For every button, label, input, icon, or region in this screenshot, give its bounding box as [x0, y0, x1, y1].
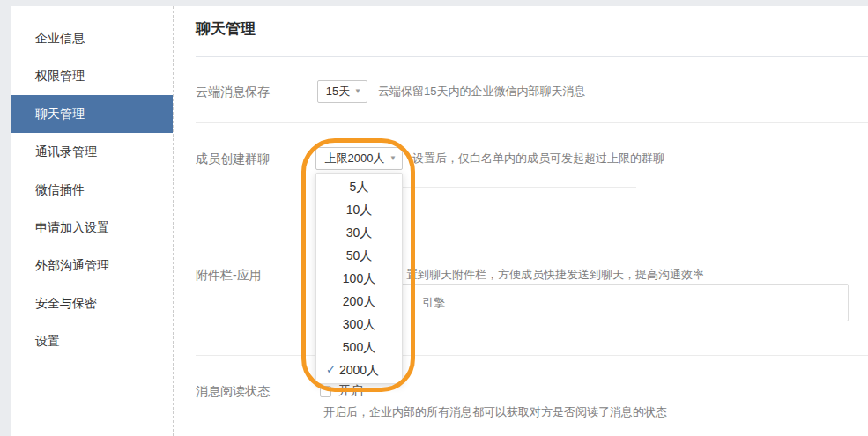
- page-title: 聊天管理: [196, 18, 256, 39]
- row-divider: [196, 122, 868, 123]
- app-panel: 企业信息 权限管理 聊天管理 通讯录管理 微信插件 申请加入设置 外部沟通管理 …: [11, 6, 868, 436]
- cloud-retention-desc: 云端保留15天内的企业微信内部聊天消息: [378, 80, 585, 103]
- main-content: 聊天管理 云端消息保存 15天 ▼ 云端保留15天内的企业微信内部聊天消息 成员…: [174, 6, 868, 436]
- sidebar-item-enterprise-info[interactable]: 企业信息: [11, 19, 173, 57]
- dropdown-option-50[interactable]: 50人: [316, 244, 402, 267]
- sidebar: 企业信息 权限管理 聊天管理 通讯录管理 微信插件 申请加入设置 外部沟通管理 …: [11, 6, 174, 436]
- caret-down-icon: ▼: [389, 148, 397, 169]
- sidebar-item-security[interactable]: 安全与保密: [11, 285, 173, 322]
- dropdown-option-500[interactable]: 500人: [316, 336, 402, 358]
- dropdown-option-10[interactable]: 10人: [316, 198, 402, 221]
- dropdown-option-2000-selected[interactable]: ✓2000人: [316, 358, 402, 381]
- sidebar-item-wechat-plugin[interactable]: 微信插件: [11, 171, 173, 209]
- dropdown-option-300[interactable]: 300人: [316, 313, 402, 336]
- group-limit-select[interactable]: 上限2000人 ▼: [315, 147, 403, 170]
- dropdown-option-5[interactable]: 5人: [316, 175, 402, 198]
- read-status-desc: 开启后，企业内部的所有消息都可以获取对方是否阅读了消息的状态: [323, 403, 667, 421]
- cloud-retention-select[interactable]: 15天 ▼: [317, 80, 367, 103]
- sidebar-item-join-settings[interactable]: 申请加入设置: [11, 209, 173, 247]
- caret-down-icon: ▼: [354, 81, 361, 102]
- admin-settings-page: 企业信息 权限管理 聊天管理 通讯录管理 微信插件 申请加入设置 外部沟通管理 …: [0, 0, 868, 436]
- group-limit-desc: 设置后，仅白名单内的成员可发起超过上限的群聊: [412, 147, 664, 170]
- read-status-checkbox-label[interactable]: 开启: [338, 383, 363, 399]
- sidebar-item-chat-management[interactable]: 聊天管理: [11, 95, 173, 133]
- check-icon: ✓: [326, 358, 336, 381]
- attachment-app-name: 引擎: [422, 285, 445, 321]
- cloud-retention-label: 云端消息保存: [196, 80, 270, 103]
- attachment-bar-label: 附件栏-应用: [196, 263, 262, 286]
- group-limit-label: 成员创建群聊: [196, 147, 270, 170]
- row-divider: [196, 240, 868, 240]
- read-status-checkbox[interactable]: [320, 386, 331, 397]
- sidebar-item-contacts[interactable]: 通讯录管理: [11, 133, 173, 171]
- sidebar-item-settings[interactable]: 设置: [11, 322, 173, 360]
- title-divider: [196, 56, 868, 57]
- dropdown-option-30[interactable]: 30人: [316, 221, 402, 244]
- group-limit-value: 上限2000人: [325, 148, 394, 169]
- row-divider: [196, 355, 868, 356]
- dropdown-option-200[interactable]: 200人: [316, 290, 402, 313]
- read-status-label: 消息阅读状态: [196, 380, 270, 403]
- dropdown-option-100[interactable]: 100人: [316, 267, 402, 290]
- sidebar-item-permission[interactable]: 权限管理: [11, 57, 173, 95]
- sidebar-item-external-comm[interactable]: 外部沟通管理: [11, 247, 173, 285]
- group-limit-dropdown-menu: 5人 10人 30人 50人 100人 200人 300人 500人 ✓2000…: [315, 173, 403, 384]
